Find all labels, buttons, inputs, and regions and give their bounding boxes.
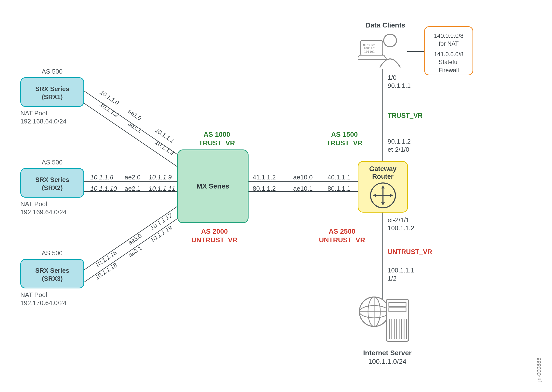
ae10-bot: ae10.1 xyxy=(293,185,313,193)
srx1-line2: (SRX1) xyxy=(21,93,83,101)
ae1-b: ae1.1 xyxy=(127,120,143,134)
dc-if: 1/0 90.1.1.1 xyxy=(388,74,411,90)
srx3-line2: (SRX3) xyxy=(21,275,83,283)
is-title: Internet Server 100.1.1.0/24 xyxy=(363,349,412,366)
svg-line-5 xyxy=(84,218,178,282)
nat-firewall-box: 140.0.0.0/8 for NAT 141.0.0.0/8 Stateful… xyxy=(424,26,473,75)
ae2-top: ae2.0 xyxy=(125,173,141,181)
gw-as-top: AS 1500 TRUST_VR xyxy=(326,130,363,147)
mxr-top: 41.1.1.2 xyxy=(253,173,276,181)
srx1-ip-a: 10.1.1.0 xyxy=(99,89,120,106)
mx3-b: 10.1.1.19 xyxy=(149,224,173,243)
srx1-box: SRX Series (SRX1) xyxy=(20,77,84,107)
gw-top-if: 90.1.1.2 et-2/1/0 xyxy=(388,137,411,153)
srx3-pool: NAT Pool 192.170.64.0/24 xyxy=(20,291,66,307)
gw-bot-if: et-2/1/1 100.1.1.2 xyxy=(388,216,414,232)
diagram-stage: 10.1.1.0 10.1.1.2 ae1.0 ae1.1 10.1.1.1 1… xyxy=(0,0,552,392)
gw-as-bot: AS 2500 UNTRUST_VR xyxy=(319,227,365,244)
mx-box: MX Series xyxy=(177,149,249,223)
mxr-bot: 80.1.1.2 xyxy=(253,185,276,193)
srx2-as: AS 500 xyxy=(42,158,63,166)
is-if: 100.1.1.1 1/2 xyxy=(388,266,414,282)
mx-as-top: AS 1000 TRUST_VR xyxy=(199,130,235,147)
srx2-line1: SRX Series xyxy=(21,176,83,184)
srx2-pool: NAT Pool 192.169.64.0/24 xyxy=(20,200,66,216)
svg-text:0100100: 0100100 xyxy=(363,43,376,47)
svg-point-16 xyxy=(384,34,396,47)
internet-server-icon xyxy=(357,290,418,346)
mx2-top: 10.1.1.9 xyxy=(149,173,172,181)
router-icon xyxy=(369,182,396,209)
gateway-box: Gateway Router xyxy=(358,161,408,213)
svg-text:1001101: 1001101 xyxy=(364,47,376,50)
srx3-line1: SRX Series xyxy=(21,267,83,275)
figure-id: jn-000886 xyxy=(536,358,542,382)
mx3-a: 10.1.1.17 xyxy=(149,212,173,231)
ae3-a: ae3.0 xyxy=(127,232,143,246)
mx1-b: 10.1.1.3 xyxy=(154,139,175,156)
srx1-line1: SRX Series xyxy=(21,85,83,93)
gw-l1: Gateway xyxy=(358,165,407,173)
srx2-ip-bot: 10.1.1.10 xyxy=(90,185,117,193)
gwl-bot: 80.1.1.1 xyxy=(328,185,351,193)
mx2-bot: 10.1.1.11 xyxy=(149,185,175,193)
srx2-box: SRX Series (SRX2) xyxy=(20,168,84,198)
srx3-ip-b: 10.1.1.18 xyxy=(94,261,118,281)
data-clients-icon: 0100100 1001101 101101 xyxy=(358,31,407,70)
srx1-ip-b: 10.1.1.2 xyxy=(99,101,120,119)
ae2-bot: ae2.1 xyxy=(125,185,141,193)
srx3-as: AS 500 xyxy=(42,249,63,257)
mx-label: MX Series xyxy=(197,182,229,190)
srx3-box: SRX Series (SRX3) xyxy=(20,259,84,288)
ae3-b: ae3.1 xyxy=(127,244,143,258)
srx1-as: AS 500 xyxy=(42,68,63,76)
srx3-ip-a: 10.1.1.16 xyxy=(94,249,118,269)
is-vr: UNTRUST_VR xyxy=(388,248,432,256)
data-clients-title: Data Clients xyxy=(366,21,405,29)
gwl-top: 40.1.1.1 xyxy=(328,173,351,181)
ae10-top: ae10.0 xyxy=(293,173,313,181)
srx2-line2: (SRX2) xyxy=(21,184,83,192)
gw-l2: Router xyxy=(358,173,407,180)
srx1-pool: NAT Pool 192.168.64.0/24 xyxy=(20,109,66,125)
mx1-a: 10.1.1.1 xyxy=(154,127,175,144)
mx-as-bot: AS 2000 UNTRUST_VR xyxy=(191,227,237,244)
ae1-a: ae1.0 xyxy=(127,108,143,122)
svg-line-0 xyxy=(84,91,178,155)
svg-text:101101: 101101 xyxy=(364,50,375,54)
dc-vr: TRUST_VR xyxy=(388,112,423,120)
svg-line-1 xyxy=(84,103,178,167)
srx2-ip-top: 10.1.1.8 xyxy=(90,173,113,181)
svg-line-4 xyxy=(84,206,178,270)
